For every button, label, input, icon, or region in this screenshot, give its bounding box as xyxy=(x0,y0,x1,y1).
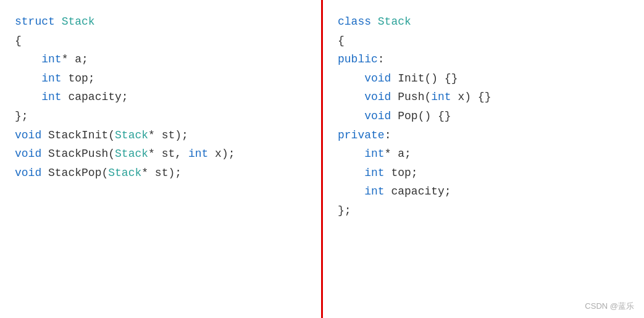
code-token: void xyxy=(15,167,41,179)
code-line: public: xyxy=(338,50,629,69)
code-token: void xyxy=(15,148,41,160)
code-line: int capacity; xyxy=(15,88,306,107)
code-token: StackInit( xyxy=(41,129,115,141)
code-line: struct Stack xyxy=(15,12,306,31)
code-token: : xyxy=(378,53,385,65)
code-line: void StackPush(Stack* st, int x); xyxy=(15,144,306,164)
code-token: void xyxy=(15,129,41,141)
code-line: }; xyxy=(338,201,629,220)
code-token: void xyxy=(338,72,391,85)
code-line: void Pop() {} xyxy=(338,107,629,126)
code-line: class Stack xyxy=(338,12,629,31)
code-token: int xyxy=(338,148,385,160)
code-token: }; xyxy=(338,204,351,217)
code-token: Init() {} xyxy=(391,72,458,85)
code-token: int xyxy=(15,91,62,103)
code-token: StackPush( xyxy=(41,148,115,160)
code-token: void xyxy=(338,91,391,103)
code-token: Pop() {} xyxy=(391,110,451,122)
code-line: int top; xyxy=(15,69,306,88)
code-token: { xyxy=(15,35,22,47)
code-token: Stack xyxy=(115,129,148,141)
code-token: * st); xyxy=(141,167,182,179)
code-token: void xyxy=(338,110,391,122)
code-token: Stack xyxy=(371,15,411,28)
code-token: * st); xyxy=(148,129,188,141)
code-token: int xyxy=(188,148,208,160)
code-token: public xyxy=(338,53,378,65)
code-line: void StackPop(Stack* st); xyxy=(15,164,306,183)
code-token: x); xyxy=(208,148,235,160)
code-token: * a; xyxy=(62,53,88,65)
code-token: { xyxy=(338,35,345,47)
code-line: private: xyxy=(338,126,629,145)
code-token: int xyxy=(15,53,62,65)
right-code-block: class Stack{public: void Init() {} void … xyxy=(338,12,629,220)
code-token: class xyxy=(338,15,371,28)
code-token: int xyxy=(431,91,451,103)
left-panel: struct Stack{ int* a; int top; int capac… xyxy=(0,0,321,318)
code-token: capacity; xyxy=(62,91,128,103)
code-line: int* a; xyxy=(15,50,306,69)
code-token: int xyxy=(338,167,385,179)
code-token: }; xyxy=(15,110,28,122)
code-line: }; xyxy=(15,107,306,126)
code-token: top; xyxy=(62,72,95,85)
code-token: Push( xyxy=(391,91,431,103)
code-line: int top; xyxy=(338,164,629,183)
code-token: private xyxy=(338,129,385,141)
code-token: Stack xyxy=(108,167,141,179)
code-line: { xyxy=(338,31,629,51)
code-token: Stack xyxy=(62,15,95,28)
code-token: int xyxy=(15,72,62,85)
code-token: * st, xyxy=(148,148,188,160)
code-line: void StackInit(Stack* st); xyxy=(15,126,306,145)
code-line: { xyxy=(15,31,306,51)
code-line: void Init() {} xyxy=(338,69,629,88)
code-token: StackPop( xyxy=(41,167,108,179)
right-panel: class Stack{public: void Init() {} void … xyxy=(323,0,644,318)
code-token: * a; xyxy=(385,148,411,160)
watermark: CSDN @蓝乐 xyxy=(585,301,634,312)
code-line: int capacity; xyxy=(338,182,629,201)
code-token: : xyxy=(385,129,391,141)
code-line: void Push(int x) {} xyxy=(338,88,629,107)
code-token: struct xyxy=(15,15,62,28)
code-token: capacity; xyxy=(385,185,451,198)
code-line: int* a; xyxy=(338,144,629,164)
code-token: x) {} xyxy=(451,91,491,103)
code-token: Stack xyxy=(115,148,148,160)
left-code-block: struct Stack{ int* a; int top; int capac… xyxy=(15,12,306,182)
code-token: top; xyxy=(385,167,418,179)
code-token: int xyxy=(338,185,385,198)
